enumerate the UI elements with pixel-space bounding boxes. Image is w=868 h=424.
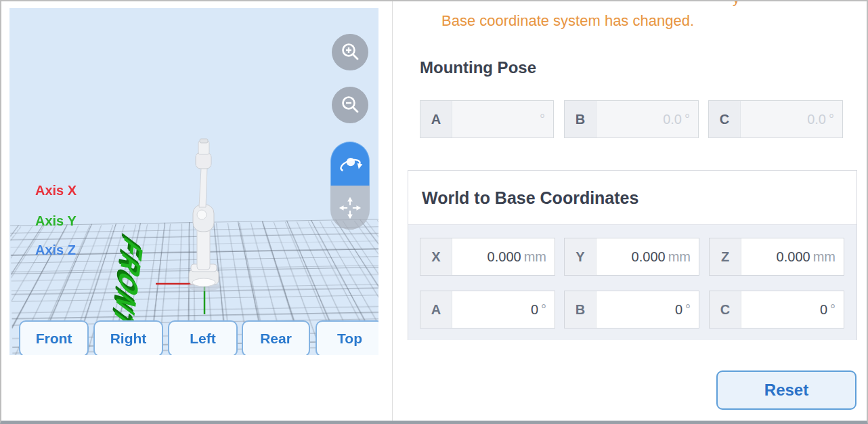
view-rear-button[interactable]: Rear [242,320,310,355]
orbit-rotate-icon [337,151,363,177]
field-unit: ° [829,112,834,127]
panel-divider [392,1,393,422]
field-unit: ° [685,302,691,318]
field-value: 0.000 [487,249,521,265]
magnifier-plus-icon [339,41,361,63]
world-y-field[interactable]: Y 0.000mm [564,238,699,276]
world-a-field[interactable]: A 0° [420,291,555,328]
world-to-base-title: World to Base Coordinates [422,188,638,208]
alert-message: Base coordinate system has changed. [441,12,694,30]
mounting-pose-field-b: B 0.0° [564,100,699,138]
robot-3d-viewport[interactable]: Axis X Axis Y Axis Z FRONT [9,8,378,355]
zoom-out-button[interactable] [332,87,368,123]
field-label: Y [565,238,596,275]
field-value: 0.0 [807,112,826,127]
field-value: 0.000 [777,249,810,265]
mounting-pose-field-c: C 0.0° [708,100,843,138]
magnifier-minus-icon [339,94,361,116]
reset-button[interactable]: Reset [716,370,856,410]
view-top-button[interactable]: Top [316,320,378,355]
alert-message-line1-clipped: y [733,0,740,7]
view-left-button[interactable]: Left [168,320,238,355]
field-label: X [420,238,452,275]
view-mode-toggle [330,142,370,230]
field-label: A [420,291,452,328]
field-unit: mm [524,249,546,265]
rotate-mode-button[interactable] [330,142,370,186]
field-label: B [565,291,596,328]
field-value: 0.0 [663,112,682,127]
field-value: 0.000 [632,249,666,265]
pan-mode-button[interactable] [330,186,370,230]
world-b-field[interactable]: B 0° [564,291,699,328]
view-right-button[interactable]: Right [93,320,163,355]
field-label: C [710,291,741,328]
zoom-in-button[interactable] [332,34,368,70]
world-x-field[interactable]: X 0.000mm [420,238,555,276]
view-front-button[interactable]: Front [19,320,89,355]
mounting-pose-field-a: A ° [420,100,554,138]
axis-y-label: Axis Y [35,213,77,229]
field-unit: mm [668,249,691,265]
field-value: 0 [820,302,827,318]
field-unit: ° [540,112,545,127]
field-value: 0 [531,302,538,318]
world-z-field[interactable]: Z 0.000mm [709,238,844,276]
move-arrows-icon [337,195,363,221]
axis-x-label: Axis X [35,183,77,198]
field-unit: ° [685,112,690,127]
field-label: C [709,101,741,137]
field-unit: ° [541,302,546,318]
field-label: Z [710,238,741,275]
world-c-field[interactable]: C 0° [709,291,844,328]
field-label: B [565,101,596,137]
field-label: A [420,101,452,137]
axis-z-label: Axis Z [35,242,76,258]
field-unit: ° [830,302,836,318]
field-value: 0 [675,302,682,318]
base-coordinate-settings-page: Axis X Axis Y Axis Z FRONT [0,0,868,424]
field-unit: mm [813,249,836,265]
robot-arm-model [9,8,378,355]
mounting-pose-title: Mounting Pose [420,58,536,77]
